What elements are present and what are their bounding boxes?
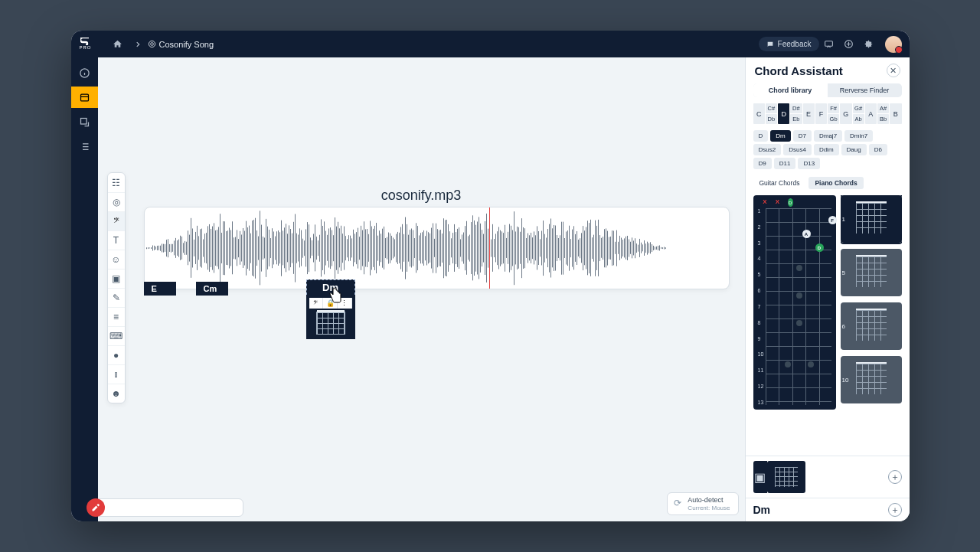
left-rail bbox=[71, 57, 98, 521]
breadcrumb[interactable]: Cosonify Song bbox=[148, 40, 214, 49]
dragged-chord-controls[interactable]: 𝄢 🔒 ⋮ bbox=[309, 298, 352, 309]
tool-text-icon[interactable]: T bbox=[108, 230, 125, 250]
note-picker: CC#DbDD#EbEFF#GbGG#AbAA#BbB bbox=[753, 103, 902, 124]
tab-reverse-finder[interactable]: Rerverse Finder bbox=[828, 83, 902, 97]
fret-number: 1 bbox=[758, 208, 764, 214]
note-C#[interactable]: C# bbox=[766, 103, 777, 113]
variant-Dmaj7[interactable]: Dmaj7 bbox=[814, 130, 842, 142]
waveform-card[interactable] bbox=[144, 207, 730, 289]
string-open-icon: D bbox=[788, 198, 793, 207]
info-icon[interactable] bbox=[71, 62, 98, 83]
variant-Dmin7[interactable]: Dmin7 bbox=[844, 130, 873, 142]
tool-image-icon[interactable]: ▣ bbox=[108, 269, 125, 288]
fab-draw-icon[interactable] bbox=[87, 498, 105, 517]
note-D[interactable]: D bbox=[778, 103, 789, 124]
home-icon[interactable] bbox=[108, 34, 128, 54]
panel-title: Chord Assistant bbox=[755, 64, 843, 77]
tool-chart-icon[interactable]: ⫾ bbox=[108, 364, 125, 384]
note-F#[interactable]: F# bbox=[828, 103, 839, 113]
string-mute-icon: X bbox=[763, 198, 768, 207]
control-more-icon[interactable]: ⋮ bbox=[338, 298, 352, 309]
bottom-input[interactable] bbox=[98, 498, 243, 517]
chevron-right-icon bbox=[128, 34, 148, 54]
board-icon[interactable] bbox=[71, 87, 98, 108]
finger-label: D bbox=[815, 243, 824, 252]
playhead[interactable] bbox=[489, 207, 490, 289]
variation-3[interactable]: 6 bbox=[841, 302, 902, 350]
control-lock-icon[interactable]: 🔒 bbox=[323, 298, 338, 309]
note-G#[interactable]: G# bbox=[853, 103, 864, 113]
note-F[interactable]: F bbox=[815, 103, 827, 124]
avatar[interactable] bbox=[885, 36, 902, 53]
variant-D[interactable]: D bbox=[753, 130, 769, 142]
variant-D6[interactable]: D6 bbox=[869, 144, 887, 155]
note-C[interactable]: C bbox=[753, 103, 765, 124]
chord-tag-cm[interactable]: Cm bbox=[196, 282, 228, 296]
canvas[interactable]: ☷ ◎ 𝄢 T ☺ ▣ ✎ ≡ ⌨ ● ⫾ ☻ cosonify.mp3 E C… bbox=[98, 57, 745, 521]
variant-D11[interactable]: D11 bbox=[774, 158, 796, 169]
note-B[interactable]: B bbox=[890, 103, 901, 124]
string-mute-icon: X bbox=[775, 198, 780, 207]
selected-diagram-thumb[interactable] bbox=[767, 461, 805, 493]
variation-2[interactable]: 5 bbox=[841, 249, 902, 296]
tab-guitar[interactable]: Guitar Chords bbox=[753, 177, 806, 189]
variant-D7[interactable]: D7 bbox=[793, 130, 812, 142]
tool-music-icon[interactable]: 𝄢 bbox=[108, 211, 125, 230]
tab-chord-library[interactable]: Chord library bbox=[753, 83, 828, 97]
fretboard-grid: 12345678910111213 F A D bbox=[766, 208, 831, 405]
variant-Daug[interactable]: Daug bbox=[841, 144, 867, 155]
variant-Dsus2[interactable]: Dsus2 bbox=[753, 144, 782, 155]
dragged-chord-label: Dm bbox=[306, 279, 355, 295]
image-icon[interactable]: ▣ bbox=[753, 461, 767, 493]
tool-spotify-icon[interactable]: ● bbox=[108, 345, 125, 364]
tool-person-icon[interactable]: ☺ bbox=[108, 250, 125, 269]
tool-pen-icon[interactable]: ✎ bbox=[108, 288, 125, 307]
note-D#[interactable]: D# bbox=[790, 103, 802, 113]
variant-Dm[interactable]: Dm bbox=[770, 130, 790, 142]
variant-Dsus4[interactable]: Dsus4 bbox=[783, 144, 812, 155]
selected-chord-name: Dm bbox=[753, 504, 884, 516]
variation-1[interactable]: 1 bbox=[841, 195, 902, 243]
note-Db[interactable]: Db bbox=[766, 114, 777, 124]
note-Bb[interactable]: Bb bbox=[877, 114, 889, 124]
chat-icon[interactable] bbox=[819, 34, 839, 54]
fret-number: 6 bbox=[758, 288, 764, 293]
share-icon[interactable] bbox=[839, 34, 859, 54]
main-fretboard[interactable]: X X D 12345678910111213 F A D bbox=[753, 195, 836, 410]
tool-robot-icon[interactable]: ☻ bbox=[108, 384, 125, 403]
list-icon[interactable] bbox=[71, 136, 98, 157]
feedback-button[interactable]: Feedback bbox=[759, 37, 819, 51]
note-G[interactable]: G bbox=[840, 103, 851, 124]
selected-chords: ▣ ＋ Dm ＋ bbox=[746, 456, 910, 521]
fret-number: 12 bbox=[758, 384, 764, 389]
note-E[interactable]: E bbox=[803, 103, 815, 124]
variation-4[interactable]: 10 bbox=[841, 356, 902, 403]
gear-icon[interactable] bbox=[859, 34, 879, 54]
tab-piano[interactable]: Piano Chords bbox=[808, 177, 863, 189]
tool-bars-icon[interactable]: ≡ bbox=[108, 307, 125, 326]
variant-Ddim[interactable]: Ddim bbox=[814, 144, 839, 155]
chord-assistant-panel: Chord Assistant ✕ Chord library Rerverse… bbox=[745, 57, 910, 521]
svg-rect-6 bbox=[80, 118, 87, 124]
shapes-icon[interactable] bbox=[71, 111, 98, 132]
variant-D9[interactable]: D9 bbox=[753, 158, 772, 169]
tool-keyboard-icon[interactable]: ⌨ bbox=[108, 326, 125, 345]
note-Gb[interactable]: Gb bbox=[828, 114, 839, 124]
variant-D13[interactable]: D13 bbox=[798, 158, 820, 169]
chord-tag-e[interactable]: E bbox=[144, 282, 176, 296]
auto-detect-sub: Current: Mouse bbox=[688, 505, 730, 511]
waveform[interactable] bbox=[145, 207, 729, 289]
add-button[interactable]: ＋ bbox=[888, 503, 902, 517]
control-music-icon[interactable]: 𝄢 bbox=[309, 298, 324, 309]
note-A#[interactable]: A# bbox=[877, 103, 889, 113]
auto-detect-button[interactable]: Auto-detect Current: Mouse bbox=[667, 492, 738, 515]
fret-number: 9 bbox=[758, 336, 764, 341]
note-Ab[interactable]: Ab bbox=[853, 114, 864, 124]
close-icon[interactable]: ✕ bbox=[887, 64, 900, 77]
dragged-chord-card[interactable]: Dm 𝄢 🔒 ⋮ bbox=[306, 279, 355, 339]
note-A[interactable]: A bbox=[865, 103, 877, 124]
svg-point-1 bbox=[149, 41, 155, 47]
add-button[interactable]: ＋ bbox=[888, 470, 902, 484]
finger-label: A bbox=[802, 230, 811, 238]
note-Eb[interactable]: Eb bbox=[790, 114, 802, 124]
